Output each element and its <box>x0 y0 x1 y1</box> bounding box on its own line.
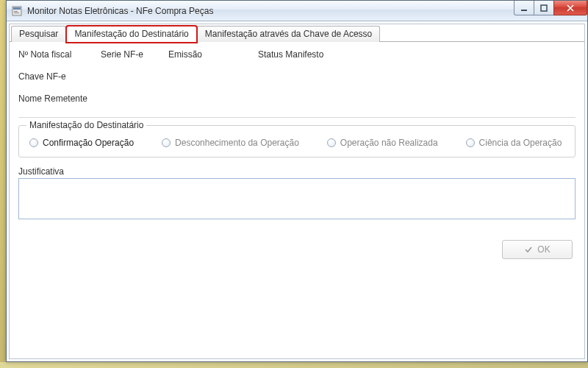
label-nome-remetente: Nome Remetente <box>18 93 576 104</box>
radio-operacao-nao-realizada[interactable]: Operação não Realizada <box>327 138 438 148</box>
svg-rect-5 <box>541 5 547 11</box>
tab-manifestacao-chave-acesso[interactable]: Manifestação através da Chave de Acesso <box>197 26 380 42</box>
radio-row: Confirmação Operação Desconhecimento da … <box>29 138 564 148</box>
divider <box>18 117 576 118</box>
radio-dot-icon <box>466 138 475 147</box>
label-justificativa: Justificativa <box>18 166 576 177</box>
label-chave-nfe: Chave NF-e <box>18 71 576 82</box>
app-window: Monitor Notas Eletrônicas - NFe Compra P… <box>6 0 588 362</box>
close-button[interactable] <box>553 1 587 15</box>
label-nota-fiscal: Nº Nota fiscal <box>18 49 92 60</box>
radio-dot-icon <box>29 138 38 147</box>
radio-dot-icon <box>327 138 336 147</box>
svg-rect-3 <box>14 13 19 13</box>
radio-desconhecimento-operacao[interactable]: Desconhecimento da Operação <box>162 138 299 148</box>
radio-label: Operação não Realizada <box>340 138 438 148</box>
tab-pesquisar[interactable]: Pesquisar <box>11 26 66 42</box>
label-emissao: Emissão <box>168 49 249 60</box>
radio-label: Ciência da Operação <box>479 138 562 148</box>
radio-dot-icon <box>162 138 171 147</box>
check-icon <box>524 245 533 254</box>
svg-rect-4 <box>521 10 527 11</box>
radio-ciencia-operacao[interactable]: Ciência da Operação <box>466 138 562 148</box>
tab-manifestacao-destinatario[interactable]: Manifestação do Destinatário <box>66 26 196 43</box>
svg-rect-2 <box>14 11 18 12</box>
desktop-strip-left <box>0 0 6 368</box>
ok-button-label: OK <box>537 244 550 255</box>
titlebar[interactable]: Monitor Notas Eletrônicas - NFe Compra P… <box>7 1 587 21</box>
tab-content: Nº Nota fiscal Serie NF-e Emissão Status… <box>10 42 584 358</box>
window-title: Monitor Notas Eletrônicas - NFe Compra P… <box>27 6 213 16</box>
button-row: OK <box>18 240 576 259</box>
justificativa-textarea[interactable] <box>18 178 576 219</box>
radio-label: Desconhecimento da Operação <box>175 138 299 148</box>
minimize-button[interactable] <box>514 1 534 15</box>
label-serie: Serie NF-e <box>101 49 159 60</box>
label-status-manifesto: Status Manifesto <box>258 49 576 60</box>
tab-row: Pesquisar Manifestação do Destinatário M… <box>10 24 584 42</box>
app-icon <box>11 5 23 17</box>
maximize-button[interactable] <box>534 1 554 15</box>
client-area: Pesquisar Manifestação do Destinatário M… <box>9 24 585 359</box>
group-legend: Manifestação do Destinatário <box>26 120 146 130</box>
desktop-strip-bottom <box>0 362 588 368</box>
ok-button[interactable]: OK <box>502 240 573 259</box>
group-manifestacao: Manifestação do Destinatário Confirmação… <box>18 125 576 158</box>
header-fields: Nº Nota fiscal Serie NF-e Emissão Status… <box>18 49 576 104</box>
radio-label: Confirmação Operação <box>43 138 134 148</box>
radio-confirmacao-operacao[interactable]: Confirmação Operação <box>29 138 134 148</box>
svg-rect-1 <box>13 7 21 10</box>
window-buttons <box>514 1 587 15</box>
